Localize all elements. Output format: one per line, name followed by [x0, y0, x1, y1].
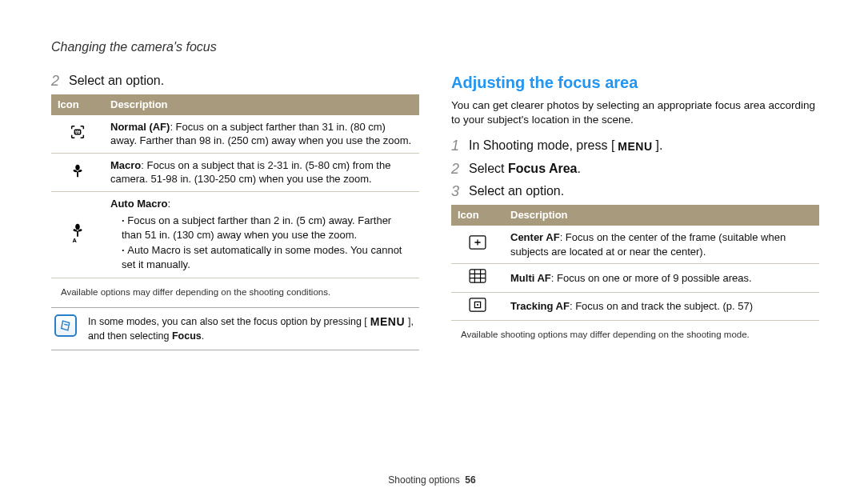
table-header-row: Icon Description	[451, 205, 819, 226]
svg-text:AF: AF	[75, 130, 80, 134]
col-description: Description	[504, 205, 819, 226]
caption: Available options may differ depending o…	[61, 286, 419, 299]
opt-title: Multi AF	[510, 272, 551, 284]
table-header-row: Icon Description	[51, 94, 419, 115]
opt-body: :	[168, 198, 171, 210]
opt-title: Normal (AF)	[110, 121, 170, 133]
tracking-af-icon	[469, 298, 486, 316]
multi-af-icon	[469, 269, 486, 287]
step-text: Select an option.	[69, 72, 164, 90]
bullet: Auto Macro is set automatically in some …	[122, 243, 413, 271]
table-row: AF Normal (AF): Focus on a subject farth…	[51, 115, 419, 154]
svg-text:A: A	[73, 237, 78, 243]
focus-area-table: Icon Description Center AF: Focus on the…	[451, 205, 819, 321]
opt-body: : Focus on one or more of 9 possible are…	[551, 272, 752, 284]
table-row: Center AF: Focus on the center of the fr…	[451, 226, 819, 264]
step-number: 2	[51, 72, 69, 90]
caption: Available shooting options may differ de…	[461, 329, 819, 342]
cell-description: Center AF: Focus on the center of the fr…	[504, 226, 819, 264]
cell-description: Macro: Focus on a subject that is 2-31 i…	[104, 153, 419, 191]
step-number: 2	[451, 160, 469, 178]
step-number: 3	[451, 182, 469, 200]
section-intro: You can get clearer photos by selecting …	[451, 98, 819, 127]
table-row: Tracking AF: Focus on and track the subj…	[451, 292, 819, 321]
auto-macro-icon: A	[68, 222, 87, 247]
breadcrumb: Changing the camera's focus	[51, 38, 217, 56]
table-row: Multi AF: Focus on one or more of 9 poss…	[451, 264, 819, 293]
cell-description: Normal (AF): Focus on a subject farther …	[104, 115, 419, 154]
col-icon: Icon	[51, 94, 104, 115]
opt-title: Macro	[110, 159, 141, 171]
center-af-icon	[469, 235, 486, 254]
note-box: In some modes, you can also set the focu…	[51, 307, 419, 350]
note-icon	[54, 314, 77, 337]
step-number: 1	[451, 137, 469, 155]
opt-body: : Focus on a subject that is 2-31 in. (5…	[110, 159, 390, 186]
left-column: 2 Select an option. Icon Description AF	[51, 26, 419, 350]
footer-section: Shooting options	[388, 474, 459, 486]
right-column: Adjusting the focus area You can get cle…	[451, 26, 819, 350]
step-text: Select an option.	[469, 182, 564, 200]
macro-icon	[69, 162, 86, 183]
svg-point-7	[477, 304, 478, 306]
opt-title: Auto Macro	[110, 198, 168, 210]
step-text: In Shooting mode, press [MENU].	[469, 137, 662, 155]
bullet: Focus on a subject farther than 2 in. (5…	[122, 214, 413, 242]
normal-af-icon: AF	[69, 123, 86, 145]
note-text: In some modes, you can also set the focu…	[88, 314, 416, 343]
svg-rect-4	[470, 270, 486, 282]
cell-description: Multi AF: Focus on one or more of 9 poss…	[504, 264, 819, 293]
section-title: Adjusting the focus area	[451, 72, 819, 94]
menu-label: MENU	[367, 314, 408, 330]
col-description: Description	[104, 94, 419, 115]
cell-description: Tracking AF: Focus on and track the subj…	[504, 292, 819, 321]
table-row: Macro: Focus on a subject that is 2-31 i…	[51, 153, 419, 191]
footer-page: 56	[465, 474, 475, 486]
opt-title: Center AF	[510, 231, 560, 243]
table-row: A Auto Macro: Focus on a subject farther…	[51, 191, 419, 278]
focus-options-table: Icon Description AF Normal (AF): Focus o…	[51, 94, 419, 278]
cell-description: Auto Macro: Focus on a subject farther t…	[104, 191, 419, 278]
menu-label: MENU	[614, 138, 655, 155]
step-text: Select Focus Area.	[469, 160, 581, 178]
page-footer: Shooting options 56	[0, 474, 864, 486]
col-icon: Icon	[451, 205, 504, 226]
opt-title: Tracking AF	[510, 300, 570, 312]
opt-body: : Focus on and track the subject. (p. 57…	[570, 300, 753, 312]
